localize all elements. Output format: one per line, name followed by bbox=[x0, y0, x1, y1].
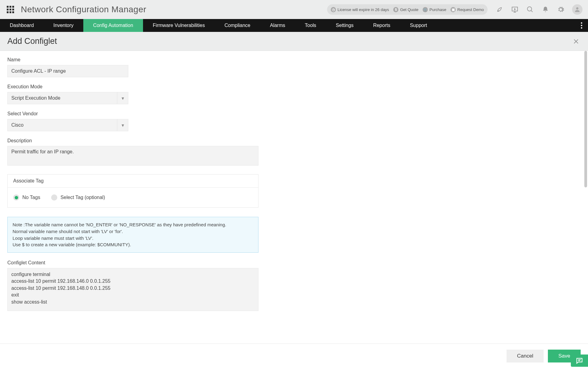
nav-overflow-icon[interactable] bbox=[575, 19, 588, 32]
radio-select-tag[interactable]: Select Tag (optional) bbox=[51, 194, 105, 201]
radio-bullet-icon bbox=[13, 194, 19, 201]
note-line: Loop variable name must start with 'LV'. bbox=[13, 235, 253, 242]
execution-mode-select[interactable]: Script Execution Mode ▾ bbox=[7, 92, 128, 104]
rocket-icon[interactable] bbox=[496, 6, 503, 13]
get-quote-link[interactable]: $ Get Quote bbox=[393, 7, 418, 12]
nav-firmware-vulnerabilities[interactable]: Firmware Vulnerabilities bbox=[143, 19, 215, 32]
svg-point-7 bbox=[581, 22, 582, 24]
radio-bullet-icon bbox=[51, 194, 57, 201]
execution-mode-label: Execution Mode bbox=[7, 84, 581, 90]
main-nav: DashboardInventoryConfig AutomationFirmw… bbox=[0, 19, 588, 32]
variable-note: Note :The variable name cannot be 'NO_EN… bbox=[7, 217, 258, 253]
purchase-link[interactable]: 🛒 Purchase bbox=[423, 7, 446, 12]
associate-tag-box: Associate Tag No Tags Select Tag (option… bbox=[7, 174, 258, 208]
configlet-content-label: Configlet Content bbox=[7, 260, 581, 266]
nav-config-automation[interactable]: Config Automation bbox=[83, 19, 143, 32]
vendor-label: Select Vendor bbox=[7, 111, 581, 117]
svg-point-4 bbox=[527, 7, 532, 11]
cancel-button[interactable]: Cancel bbox=[507, 350, 544, 362]
close-icon[interactable] bbox=[571, 37, 581, 46]
presentation-icon[interactable] bbox=[511, 6, 519, 13]
get-quote-text: Get Quote bbox=[400, 7, 418, 12]
bell-icon[interactable] bbox=[541, 6, 549, 13]
svg-marker-1 bbox=[514, 9, 515, 10]
license-expiry[interactable]: ◷ License will expire in 26 days bbox=[331, 7, 389, 12]
nav-dashboard[interactable]: Dashboard bbox=[0, 19, 43, 32]
scrollbar-thumb[interactable] bbox=[584, 51, 587, 187]
dollar-icon: $ bbox=[393, 7, 398, 12]
svg-line-5 bbox=[531, 10, 533, 12]
license-text: License will expire in 26 days bbox=[337, 7, 389, 12]
chat-icon[interactable] bbox=[571, 355, 588, 367]
radio-no-tags-label: No Tags bbox=[22, 195, 40, 200]
nav-alarms[interactable]: Alarms bbox=[260, 19, 295, 32]
app-title: Network Configuration Manager bbox=[21, 5, 146, 14]
chevron-down-icon: ▾ bbox=[117, 119, 128, 131]
user-avatar[interactable] bbox=[572, 4, 582, 15]
radio-no-tags[interactable]: No Tags bbox=[13, 194, 40, 201]
nav-inventory[interactable]: Inventory bbox=[43, 19, 83, 32]
name-label: Name bbox=[7, 57, 581, 63]
cart-icon: 🛒 bbox=[423, 7, 428, 12]
nav-compliance[interactable]: Compliance bbox=[215, 19, 260, 32]
description-label: Description bbox=[7, 138, 581, 144]
apps-grid-icon[interactable] bbox=[7, 6, 14, 13]
demo-icon: ▣ bbox=[450, 7, 456, 12]
nav-reports[interactable]: Reports bbox=[363, 19, 400, 32]
svg-point-6 bbox=[576, 7, 578, 10]
svg-point-8 bbox=[581, 25, 582, 26]
configlet-content-input[interactable]: configure terminal access-list 10 permit… bbox=[7, 268, 258, 311]
note-line: Normal variable name should not start wi… bbox=[13, 228, 253, 235]
nav-settings[interactable]: Settings bbox=[326, 19, 364, 32]
purchase-text: Purchase bbox=[429, 7, 446, 12]
license-bar: ◷ License will expire in 26 days $ Get Q… bbox=[327, 4, 488, 15]
clock-icon: ◷ bbox=[331, 7, 336, 12]
description-input[interactable] bbox=[7, 146, 258, 166]
request-demo-text: Request Demo bbox=[457, 7, 484, 12]
radio-select-tag-label: Select Tag (optional) bbox=[60, 195, 105, 200]
vendor-value: Cisco bbox=[11, 122, 24, 128]
nav-support[interactable]: Support bbox=[400, 19, 437, 32]
svg-point-9 bbox=[581, 27, 582, 29]
chevron-down-icon: ▾ bbox=[117, 92, 128, 104]
associate-tag-header: Associate Tag bbox=[8, 174, 258, 188]
nav-tools[interactable]: Tools bbox=[295, 19, 326, 32]
page-title: Add Configlet bbox=[7, 36, 57, 46]
name-input[interactable] bbox=[7, 65, 128, 77]
search-icon[interactable] bbox=[526, 6, 534, 13]
note-line: Note :The variable name cannot be 'NO_EN… bbox=[13, 221, 253, 228]
note-line: Use $ to create a new variable (example:… bbox=[13, 241, 253, 248]
gear-icon[interactable] bbox=[557, 6, 565, 13]
execution-mode-value: Script Execution Mode bbox=[11, 95, 60, 101]
vendor-select[interactable]: Cisco ▾ bbox=[7, 119, 128, 131]
request-demo-link[interactable]: ▣ Request Demo bbox=[450, 7, 484, 12]
